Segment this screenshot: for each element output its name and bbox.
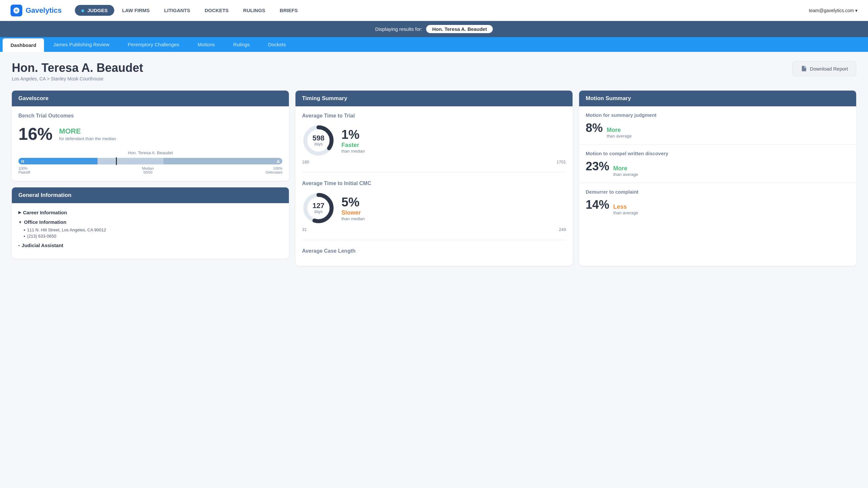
tab-dashboard[interactable]: Dashboard: [3, 38, 44, 52]
tab-rulings[interactable]: Rulings: [224, 37, 259, 52]
page-header: Hon. Teresa A. Beaudet Los Angeles, CA >…: [12, 61, 856, 82]
cmc-days-value: 127: [313, 202, 325, 210]
cmc-pct: 5%: [341, 195, 566, 209]
motion-item-1: Motion to compel written discovery 23% M…: [579, 145, 856, 183]
chevron-down-icon: ▾: [855, 8, 858, 13]
motion-direction-group-1: More than average: [613, 165, 638, 177]
motion-pct-2: 14%: [586, 198, 609, 212]
slider-right: 100% Defendant: [266, 166, 282, 174]
tab-peremptory[interactable]: Peremptory Challenges: [119, 37, 188, 52]
cmc-sub: than median: [341, 216, 566, 221]
motion-avg-1: than average: [613, 172, 638, 177]
general-info-body: ▶ Career Information ▼ Office Informatio…: [12, 203, 289, 259]
judge-location: Los Angeles, CA > Stanley Mosk Courthous…: [12, 76, 143, 82]
cmc-range-min: 31: [302, 227, 307, 232]
pi-symbol: π: [21, 159, 24, 164]
logo-text: Gavelytics: [26, 6, 62, 15]
tab-james-publishing[interactable]: James Publishing Review: [44, 37, 119, 52]
judge-badge: Hon. Teresa A. Beaudet: [426, 25, 493, 33]
nav-items: JUDGES LAW FIRMS LITIGANTS DOCKETS RULIN…: [75, 5, 809, 16]
motion-header: Motion Summary: [579, 91, 856, 106]
download-icon: [801, 65, 807, 72]
cmc-days-unit: days: [313, 210, 325, 214]
avg-case-length-section: Average Case Length: [302, 248, 566, 254]
cmc-stats: 5% Slower than median: [341, 195, 566, 221]
judge-info: Hon. Teresa A. Beaudet Los Angeles, CA >…: [12, 61, 143, 82]
user-menu[interactable]: team@gavelytics.com ▾: [809, 8, 858, 13]
career-toggle[interactable]: ▶ Career Information: [19, 210, 282, 215]
motion-stats-2: 14% Less than average: [586, 198, 849, 215]
nav-litigants[interactable]: LITIGANTS: [158, 5, 197, 16]
motion-direction-2: Less: [613, 203, 638, 210]
cmc-donut: 127 days: [302, 192, 335, 225]
judicial-label: Judicial Assistant: [22, 242, 63, 248]
office-address: 111 N. Hill Street, Los Angeles, CA 9001…: [24, 227, 282, 232]
logo[interactable]: Gavelytics: [10, 5, 62, 17]
motion-avg-2: than average: [613, 210, 638, 215]
outcome-direction: MORE: [59, 127, 116, 135]
trial-donut: 598 days: [302, 124, 335, 157]
outcome-description: for defendant than the median: [59, 136, 116, 141]
outcome-percentage: 16%: [19, 124, 53, 144]
trial-range: 180 1701: [302, 160, 566, 164]
nav-dockets[interactable]: DOCKETS: [198, 5, 235, 16]
tab-motions[interactable]: Motions: [188, 37, 224, 52]
trial-days-value: 598: [313, 134, 325, 142]
user-email: team@gavelytics.com: [809, 8, 854, 13]
motion-summary-card: Motion Summary Motion for summary judgme…: [579, 91, 856, 266]
nav-rulings[interactable]: RULINGS: [237, 5, 272, 16]
motion-direction-group-2: Less than average: [613, 203, 638, 215]
motion-label-1: Motion to compel written discovery: [586, 151, 849, 156]
career-section: ▶ Career Information: [19, 210, 282, 215]
judicial-assistant-section: • Judicial Assistant: [19, 242, 282, 248]
trial-donut-center: 598 days: [313, 134, 325, 147]
motion-pct-0: 8%: [586, 121, 603, 135]
timing-body: Average Time to Trial 598 days: [296, 106, 572, 266]
office-phone: (213) 633-0650: [24, 234, 282, 238]
nav-law-firms[interactable]: LAW FIRMS: [116, 5, 156, 16]
slider-judge-label: Hon. Teresa A. Beaudet: [19, 150, 282, 155]
nav-judges[interactable]: JUDGES: [75, 5, 114, 16]
trial-days-unit: days: [313, 142, 325, 147]
motion-label-0: Motion for summary judgment: [586, 112, 849, 118]
motion-label-2: Demurrer to complaint: [586, 189, 849, 195]
motion-body: Motion for summary judgment 8% More than…: [579, 106, 856, 221]
logo-svg: [13, 7, 20, 14]
judicial-arrow-icon: •: [19, 243, 20, 248]
avg-cmc-row: 127 days 5% Slower than median: [302, 192, 566, 225]
cards-grid: Gavelscore Bench Trial Outcomes 16% MORE…: [12, 91, 856, 266]
office-arrow-icon: ▼: [19, 220, 22, 224]
slider-labels: 100% Plaintiff Median 50/50 100% Defenda…: [19, 166, 282, 174]
avg-time-trial-section: Average Time to Trial 598 days: [302, 113, 566, 173]
timing-header: Timing Summary: [296, 91, 572, 106]
slider-center: Median 50/50: [142, 166, 154, 174]
gavelscore-column: Gavelscore Bench Trial Outcomes 16% MORE…: [12, 91, 289, 266]
motion-pct-1: 23%: [586, 160, 609, 173]
nav-briefs[interactable]: BRIEFS: [273, 5, 304, 16]
office-toggle[interactable]: ▼ Office Information: [19, 219, 282, 225]
avg-trial-label: Average Time to Trial: [302, 113, 566, 119]
motion-stats-1: 23% More than average: [586, 160, 849, 177]
slider-marker: [116, 157, 117, 165]
bench-outcomes: 16% MORE for defendant than the median: [19, 124, 282, 144]
cmc-range: 31 249: [302, 227, 566, 232]
cmc-direction: Slower: [341, 209, 566, 216]
gavelscore-body: Bench Trial Outcomes 16% MORE for defend…: [12, 106, 289, 181]
tab-dockets[interactable]: Dockets: [259, 37, 295, 52]
general-info-header: General Information: [12, 187, 289, 203]
trial-direction: Faster: [341, 142, 566, 149]
download-report-button[interactable]: Download Report: [793, 61, 856, 76]
judicial-toggle[interactable]: • Judicial Assistant: [19, 242, 282, 248]
top-navigation: Gavelytics JUDGES LAW FIRMS LITIGANTS DO…: [0, 0, 868, 21]
trial-range-max: 1701: [556, 160, 566, 164]
motion-item-0: Motion for summary judgment 8% More than…: [579, 106, 856, 145]
cmc-donut-center: 127 days: [313, 202, 325, 214]
career-arrow-icon: ▶: [19, 210, 21, 215]
trial-sub: than median: [341, 149, 566, 154]
office-details: 111 N. Hill Street, Los Angeles, CA 9001…: [24, 227, 282, 238]
motion-direction-1: More: [613, 165, 638, 172]
motion-stats-0: 8% More than average: [586, 121, 849, 138]
display-label: Displaying results for:: [375, 26, 422, 32]
general-info-card: General Information ▶ Career Information…: [12, 187, 289, 259]
trial-range-min: 180: [302, 160, 309, 164]
